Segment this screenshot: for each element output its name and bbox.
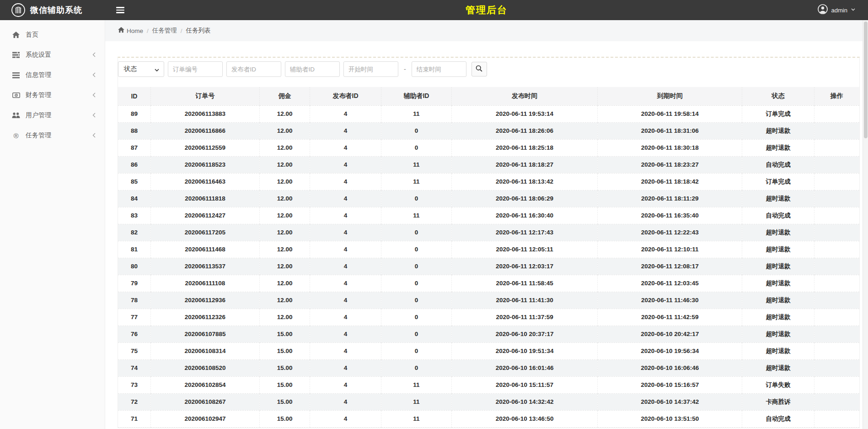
table-cell: 84 (118, 190, 150, 207)
table-cell: 11 (381, 410, 451, 427)
table-cell: 202006102947 (150, 410, 259, 427)
table-row: 7120200610294715.004112020-06-10 13:46:5… (118, 410, 859, 427)
breadcrumb-home[interactable]: Home (118, 27, 143, 34)
task-list-card: 状态 - (118, 57, 860, 428)
table-cell: 2020-06-11 12:03:17 (451, 258, 597, 275)
chevron-left-icon (92, 51, 96, 59)
chevron-left-icon (92, 71, 96, 79)
table-cell: 12.00 (260, 122, 310, 139)
vertical-scrollbar[interactable] (863, 20, 868, 429)
brand[interactable]: 微信辅助系统 (0, 3, 105, 17)
table-cell (814, 190, 859, 207)
table-cell: 2020-06-10 19:51:34 (451, 342, 597, 359)
table-cell: 超时退款 (742, 342, 814, 359)
table-cell: 4 (310, 258, 381, 275)
table-cell (814, 139, 859, 156)
menu-toggle-button[interactable] (113, 4, 127, 16)
table-row: 8620200611852312.004112020-06-11 18:18:2… (118, 156, 859, 173)
table-cell (814, 410, 859, 427)
table-cell: 4 (310, 241, 381, 258)
status-select[interactable]: 状态 (118, 61, 164, 77)
table-cell: 2020-06-10 16:06:46 (598, 359, 742, 376)
publisher-id-input[interactable] (226, 61, 281, 77)
table-cell: 0 (381, 241, 451, 258)
table-cell: 88 (118, 122, 150, 139)
sidebar-item-finance-management[interactable]: 财务管理 (0, 85, 105, 105)
table-cell: 超时退款 (742, 241, 814, 258)
brand-logo-icon (11, 3, 26, 17)
sidebar-item-task-management[interactable]: ® 任务管理 (0, 125, 105, 146)
column-header-expire-time: 到期时间 (598, 87, 742, 105)
table-cell: 订单完成 (742, 173, 814, 190)
table-cell: 2020-06-11 18:13:42 (451, 173, 597, 190)
table-cell (814, 292, 859, 309)
table-cell: 4 (310, 359, 381, 376)
table-cell: 2020-06-10 13:46:50 (451, 410, 597, 427)
table-cell: 卡商胜诉 (742, 393, 814, 410)
table-cell: 订单完成 (742, 105, 814, 122)
brand-title: 微信辅助系统 (30, 5, 82, 16)
helper-id-input[interactable] (285, 61, 340, 77)
table-cell: 2020-06-11 19:53:14 (451, 105, 597, 122)
chevron-left-icon (92, 112, 96, 119)
table-cell: 2020-06-11 12:05:11 (451, 241, 597, 258)
sidebar-item-system-settings[interactable]: 系统设置 (0, 45, 105, 65)
start-time-input[interactable] (343, 61, 398, 77)
table-cell: 2020-06-10 13:51:50 (598, 410, 742, 427)
table-cell: 11 (381, 393, 451, 410)
table-cell: 202006116866 (150, 122, 259, 139)
table-cell (814, 376, 859, 393)
end-time-input[interactable] (412, 61, 466, 77)
order-no-input[interactable] (168, 61, 223, 77)
sidebar-item-label: 财务管理 (26, 91, 92, 99)
sidebar-item-home[interactable]: 首页 (0, 25, 105, 45)
status-select-value: 状态 (124, 65, 137, 73)
table-cell (814, 275, 859, 292)
table-cell: 11 (381, 105, 451, 122)
table-cell: 4 (310, 190, 381, 207)
table-cell: 2020-06-10 20:42:17 (598, 326, 742, 342)
table-cell: 超时退款 (742, 224, 814, 241)
table-cell: 2020-06-10 15:16:57 (598, 376, 742, 393)
table-cell: 2020-06-11 18:26:06 (451, 122, 597, 139)
table-cell: 0 (381, 342, 451, 359)
table-cell: 超时退款 (742, 326, 814, 342)
column-header-id: ID (118, 87, 150, 105)
sidebar-item-user-management[interactable]: 用户管理 (0, 105, 105, 125)
table-row: 8420200611181812.00402020-06-11 18:06:29… (118, 190, 859, 207)
sidebar-item-info-management[interactable]: 信息管理 (0, 65, 105, 85)
table-cell: 超时退款 (742, 359, 814, 376)
table-cell: 202006117205 (150, 224, 259, 241)
search-button[interactable] (472, 62, 487, 76)
table-cell: 15.00 (260, 359, 310, 376)
breadcrumb-task-management[interactable]: 任务管理 (152, 27, 177, 35)
table-cell: 15.00 (260, 410, 310, 427)
table-cell: 0 (381, 190, 451, 207)
table-cell: 2020-06-11 16:35:40 (598, 207, 742, 224)
table-cell: 0 (381, 309, 451, 326)
table-cell: 83 (118, 207, 150, 224)
table-cell (814, 173, 859, 190)
sidebar-item-label: 系统设置 (26, 51, 92, 59)
top-header: 微信辅助系统 管理后台 admin (0, 0, 868, 20)
table-cell (814, 258, 859, 275)
table-cell: 自动完成 (742, 207, 814, 224)
table-cell: 12.00 (260, 173, 310, 190)
table-cell: 2020-06-11 18:30:18 (598, 139, 742, 156)
table-cell: 4 (310, 309, 381, 326)
table-cell: 12.00 (260, 275, 310, 292)
user-menu[interactable]: admin (818, 0, 855, 20)
table-cell: 202006108520 (150, 359, 259, 376)
sidebar-item-label: 用户管理 (26, 111, 92, 119)
table-cell: 15.00 (260, 376, 310, 393)
table-cell: 2020-06-11 18:31:06 (598, 122, 742, 139)
table-cell: 0 (381, 139, 451, 156)
table-cell: 12.00 (260, 258, 310, 275)
task-table-body: 8920200611388312.004112020-06-11 19:53:1… (118, 105, 859, 427)
main-content: Home / 任务管理 / 任务列表 状态 (105, 20, 868, 429)
scrollbar-thumb[interactable] (864, 22, 868, 138)
breadcrumb-separator: / (147, 27, 149, 34)
search-icon (476, 65, 482, 73)
table-cell: 4 (310, 393, 381, 410)
table-cell: 超时退款 (742, 275, 814, 292)
